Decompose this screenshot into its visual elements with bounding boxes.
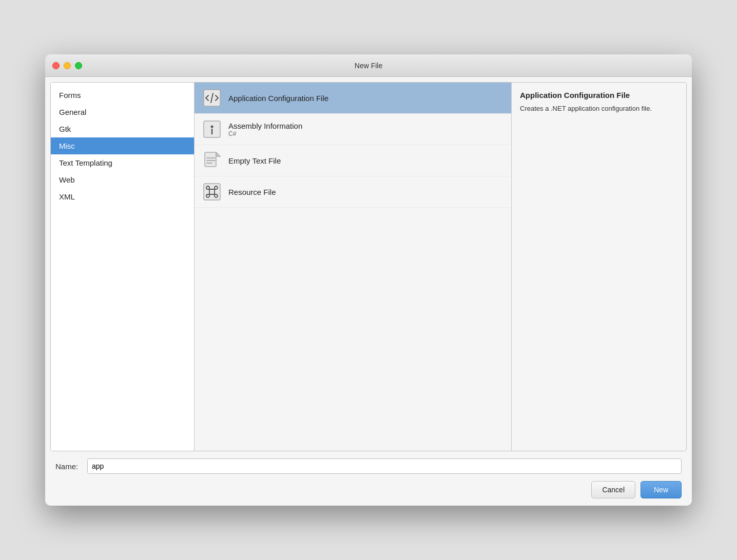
panels: FormsGeneralGtkMiscText TemplatingWebXML… bbox=[50, 82, 687, 451]
sidebar-item-xml[interactable]: XML bbox=[51, 188, 194, 205]
file-item-assembly-info[interactable]: Assembly InformationC# bbox=[195, 114, 511, 145]
file-item-empty-text[interactable]: Empty Text File bbox=[195, 145, 511, 176]
left-panel: FormsGeneralGtkMiscText TemplatingWebXML bbox=[51, 83, 195, 451]
new-button[interactable]: New bbox=[641, 481, 682, 498]
svg-rect-5 bbox=[205, 152, 216, 167]
new-file-dialog: New File FormsGeneralGtkMiscText Templat… bbox=[45, 54, 692, 506]
file-item-name: Assembly Information bbox=[228, 122, 302, 130]
code-icon bbox=[202, 88, 222, 108]
right-panel: Application Configuration File Creates a… bbox=[512, 83, 686, 451]
button-row: Cancel New bbox=[55, 481, 682, 498]
middle-panel: Application Configuration File Assembly … bbox=[195, 83, 512, 451]
svg-rect-10 bbox=[204, 184, 220, 200]
svg-marker-6 bbox=[216, 152, 220, 156]
bottom-section: Name: Cancel New bbox=[45, 451, 692, 506]
file-item-name: Resource File bbox=[228, 188, 276, 196]
name-row: Name: bbox=[55, 458, 682, 474]
command-icon bbox=[202, 182, 222, 202]
file-item-app-config[interactable]: Application Configuration File bbox=[195, 83, 511, 114]
text-icon bbox=[202, 150, 222, 171]
titlebar: New File bbox=[45, 54, 692, 77]
sidebar-item-web[interactable]: Web bbox=[51, 171, 194, 188]
traffic-lights bbox=[52, 62, 82, 69]
detail-description: Creates a .NET application configuration… bbox=[520, 104, 678, 114]
cancel-button[interactable]: Cancel bbox=[591, 481, 635, 498]
sidebar-item-gtk[interactable]: Gtk bbox=[51, 121, 194, 137]
sidebar-item-misc[interactable]: Misc bbox=[51, 137, 194, 154]
close-button[interactable] bbox=[52, 62, 60, 69]
sidebar-item-forms[interactable]: Forms bbox=[51, 87, 194, 104]
info-icon bbox=[202, 119, 222, 139]
window-title: New File bbox=[355, 62, 382, 70]
file-item-sub: C# bbox=[228, 130, 302, 137]
detail-title: Application Configuration File bbox=[520, 91, 678, 99]
maximize-button[interactable] bbox=[75, 62, 82, 69]
sidebar-item-general[interactable]: General bbox=[51, 104, 194, 121]
sidebar-item-text-templating[interactable]: Text Templating bbox=[51, 154, 194, 171]
file-item-resource-file[interactable]: Resource File bbox=[195, 176, 511, 208]
name-label: Name: bbox=[55, 462, 81, 471]
file-item-name: Application Configuration File bbox=[228, 94, 328, 103]
main-content: FormsGeneralGtkMiscText TemplatingWebXML… bbox=[45, 77, 692, 506]
minimize-button[interactable] bbox=[64, 62, 71, 69]
svg-point-3 bbox=[211, 126, 214, 128]
file-item-name: Empty Text File bbox=[228, 156, 281, 165]
name-input[interactable] bbox=[87, 458, 682, 474]
